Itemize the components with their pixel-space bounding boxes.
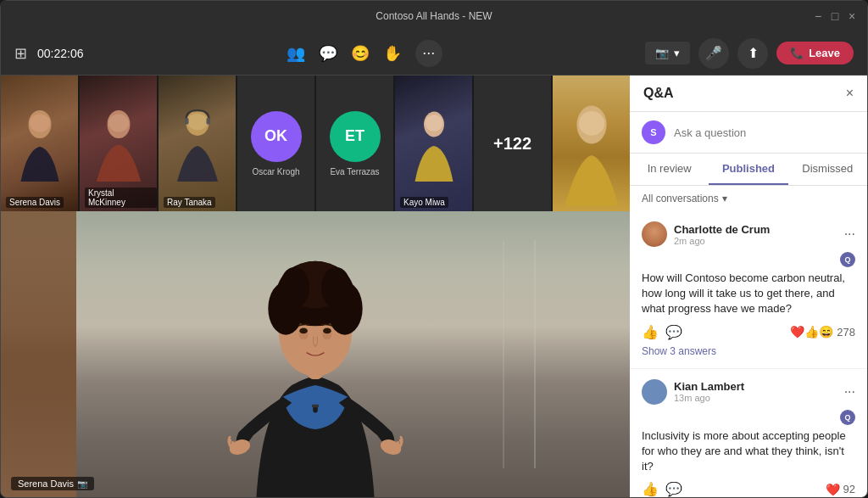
tab-in-review[interactable]: In review xyxy=(630,154,709,185)
speaker-name-label: Serena Davis 📷 xyxy=(11,477,94,490)
oscar-avatar: OK xyxy=(251,111,302,162)
participant-tile-oscar[interactable]: OK Oscar Krogh xyxy=(237,76,314,211)
svg-point-18 xyxy=(280,267,309,309)
qa-title: Q&A xyxy=(643,86,674,101)
thumbs-up-icon-1[interactable]: 👍 xyxy=(642,324,659,340)
toolbar-left: ⊞ 00:22:06 xyxy=(14,44,84,63)
filter-chevron-icon: ▾ xyxy=(722,193,727,204)
more-options-button[interactable]: ··· xyxy=(415,40,442,67)
tab-published[interactable]: Published xyxy=(709,154,787,185)
qa-header: Q&A × xyxy=(630,76,867,112)
speaker-camera-icon: 📷 xyxy=(77,479,87,489)
participant-tile-plus[interactable]: +122 xyxy=(474,76,551,211)
close-button[interactable]: × xyxy=(847,11,857,21)
grid-icon[interactable]: ⊞ xyxy=(14,44,27,63)
participant-tile-serena[interactable]: Serena Davis xyxy=(1,76,78,211)
question-reactions-1: 👍 💬 ❤️👍😄 278 xyxy=(642,324,855,340)
kian-time: 13m ago xyxy=(674,393,744,403)
qa-panel: Q&A × S In review Published Dismissed Al… xyxy=(630,76,867,497)
svg-point-1 xyxy=(30,115,50,132)
eva-avatar: ET xyxy=(330,111,381,162)
minimize-button[interactable]: − xyxy=(813,11,823,21)
participant-tile-eva[interactable]: ET Eva Terrazas xyxy=(316,76,393,211)
participant-tile-kayo[interactable]: Kayo Miwa xyxy=(395,76,472,211)
participant-name-oscar: Oscar Krogh xyxy=(252,167,299,176)
filter-label: All conversations xyxy=(642,193,719,204)
kian-info: Kian Lambert 13m ago xyxy=(674,380,744,403)
window-controls[interactable]: − □ × xyxy=(813,11,857,21)
thumbs-up-icon-2[interactable]: 👍 xyxy=(642,481,659,497)
svg-point-5 xyxy=(187,114,208,131)
question-user-row-2: Kian Lambert 13m ago ··· xyxy=(642,379,855,405)
participant-name-serena: Serena Davis xyxy=(6,197,64,208)
comment-icon-1[interactable]: 💬 xyxy=(665,324,682,340)
content-area: Serena Davis Krystal McKinney xyxy=(1,76,867,497)
question-user-info-1: Charlotte de Crum 2m ago xyxy=(642,221,770,247)
question-badge-1: Q xyxy=(840,252,855,267)
participant-name-krystal: Krystal McKinney xyxy=(85,187,157,208)
emoji-reactions-2: ❤️ xyxy=(826,483,840,496)
reactions-right-1: ❤️👍😄 278 xyxy=(790,325,855,339)
participant-name-kayo: Kayo Miwa xyxy=(400,197,448,208)
ask-question-bar[interactable]: S xyxy=(630,112,867,154)
maximize-button[interactable]: □ xyxy=(830,11,840,21)
svg-point-11 xyxy=(578,111,604,136)
ask-question-input[interactable] xyxy=(674,126,855,139)
show-answers-link-1[interactable]: Show 3 answers xyxy=(642,345,716,357)
comment-icon-2[interactable]: 💬 xyxy=(665,481,682,497)
phone-icon: 📞 xyxy=(790,47,804,59)
camera-dropdown-icon: ▾ xyxy=(674,47,680,59)
charlotte-info: Charlotte de Crum 2m ago xyxy=(674,223,770,246)
svg-point-9 xyxy=(425,115,442,131)
question-more-button-2[interactable]: ··· xyxy=(844,384,855,400)
share-button[interactable]: ⬆ xyxy=(737,38,768,69)
reactions-left-1: 👍 💬 xyxy=(642,324,682,340)
kian-name: Kian Lambert xyxy=(674,380,744,393)
question-badge-2: Q xyxy=(840,410,855,425)
emoji-icon[interactable]: 😊 xyxy=(351,44,370,63)
reactions-left-2: 👍 💬 xyxy=(642,481,682,497)
question-badge-row-2: Q xyxy=(642,410,855,425)
microphone-button[interactable]: 🎤 xyxy=(698,38,729,69)
people-icon[interactable]: 👥 xyxy=(287,44,305,63)
participant-strip: Serena Davis Krystal McKinney xyxy=(1,76,630,211)
participant-name-eva: Eva Terrazas xyxy=(330,167,379,176)
svg-point-19 xyxy=(321,267,351,309)
toolbar: ⊞ 00:22:06 👥 💬 😊 ✋ ··· 📷 ▾ 🎤 ⬆ 📞 Leave xyxy=(1,31,867,76)
speaker-name: Serena Davis xyxy=(18,478,74,489)
kian-avatar xyxy=(642,379,667,405)
call-timer: 00:22:06 xyxy=(37,47,84,60)
participant-tile-krystal[interactable]: Krystal McKinney xyxy=(80,76,157,211)
main-speaker-view: Serena Davis 📷 xyxy=(1,211,630,497)
question-reactions-2: 👍 💬 ❤️ 92 xyxy=(642,481,855,497)
participant-name-ray: Ray Tanaka xyxy=(164,197,215,208)
emoji-reactions-1: ❤️👍😄 xyxy=(790,325,833,339)
leave-label: Leave xyxy=(809,47,840,59)
window-title: Contoso All Hands - NEW xyxy=(376,10,492,22)
qa-close-button[interactable]: × xyxy=(846,86,854,101)
ask-user-avatar: S xyxy=(642,120,665,144)
question-more-button-1[interactable]: ··· xyxy=(844,227,855,242)
charlotte-avatar xyxy=(642,221,667,247)
title-bar: Contoso All Hands - NEW − □ × xyxy=(1,1,867,31)
leave-button[interactable]: 📞 Leave xyxy=(776,42,854,64)
plus-count-label: +122 xyxy=(493,134,531,154)
question-user-info-2: Kian Lambert 13m ago xyxy=(642,379,744,405)
raise-hand-icon[interactable]: ✋ xyxy=(383,44,402,63)
svg-rect-27 xyxy=(312,405,319,407)
main-video-area: Serena Davis Krystal McKinney xyxy=(1,76,630,497)
charlotte-time: 2m ago xyxy=(674,236,770,246)
svg-point-3 xyxy=(108,115,129,132)
svg-rect-7 xyxy=(206,118,210,125)
camera-button[interactable]: 📷 ▾ xyxy=(645,42,690,64)
participant-tile-featured[interactable] xyxy=(553,76,630,211)
chat-icon[interactable]: 💬 xyxy=(319,44,337,63)
toolbar-right: 📷 ▾ 🎤 ⬆ 📞 Leave xyxy=(645,38,854,69)
reactions-right-2: ❤️ 92 xyxy=(826,483,855,496)
reaction-count-1: 278 xyxy=(837,326,855,339)
participant-tile-ray[interactable]: Ray Tanaka xyxy=(159,76,236,211)
qa-questions-list: Charlotte de Crum 2m ago ··· Q How will … xyxy=(630,211,867,497)
tab-dismissed[interactable]: Dismissed xyxy=(788,154,867,185)
conversations-filter[interactable]: All conversations ▾ xyxy=(630,186,867,211)
toolbar-center: 👥 💬 😊 ✋ ··· xyxy=(287,40,442,67)
